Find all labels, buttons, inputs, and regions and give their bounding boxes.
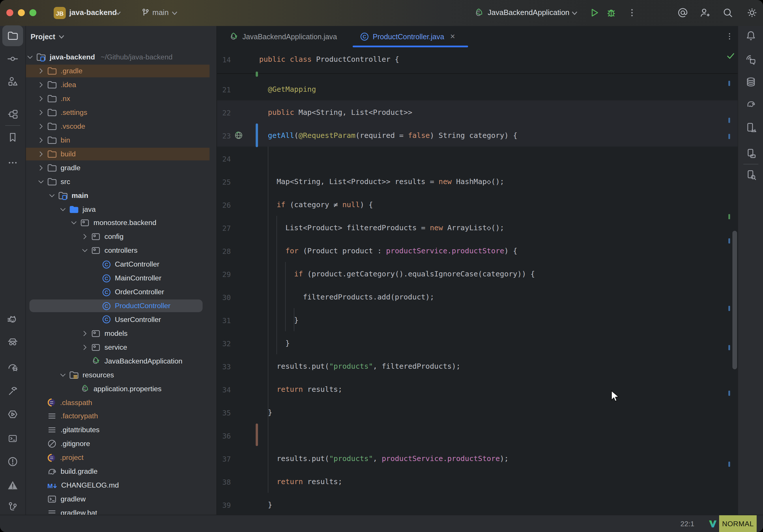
tree-item-build-gradle[interactable]: build.gradle (26, 465, 216, 479)
ai-chat-tool-button[interactable] (740, 50, 761, 70)
structure-shapes-tool-button[interactable] (2, 71, 23, 92)
code-line-25[interactable]: 25 Map<String, List<Product>> results = … (217, 170, 738, 193)
version-control-tool-button[interactable] (2, 496, 23, 517)
tree-item--gradle[interactable]: .gradle (26, 64, 216, 78)
tree-item-java[interactable]: java (26, 202, 216, 216)
caret-position[interactable]: 22:1 (681, 520, 694, 528)
line-number[interactable]: 29 (217, 270, 231, 279)
sticky-header-line[interactable]: 14 public class ProductController { (217, 47, 738, 74)
code-line-28[interactable]: 28 for (Product product : productService… (217, 239, 738, 262)
analysis-mark-green[interactable] (728, 214, 730, 219)
notifications-tool-button[interactable] (740, 25, 761, 46)
line-number[interactable]: 25 (217, 178, 231, 186)
running-devices-tool-button[interactable] (740, 117, 761, 138)
code-line-39[interactable]: 39 } (217, 493, 738, 515)
line-number[interactable]: 33 (217, 362, 231, 371)
tree-item--project[interactable]: .project (26, 451, 216, 465)
ideavim-icon[interactable] (708, 519, 717, 529)
line-number[interactable]: 28 (217, 247, 231, 256)
gradle-tool-button[interactable] (740, 93, 761, 114)
tree-item--nx[interactable]: .nx (26, 92, 216, 106)
code-line-38[interactable]: 38 return results; (217, 470, 738, 493)
tree-item-config[interactable]: config (26, 230, 216, 244)
chevron-right-icon[interactable] (37, 67, 45, 75)
code-line-24[interactable]: 24 (217, 147, 738, 170)
line-number[interactable]: 37 (217, 455, 231, 463)
code-line-31[interactable]: 31 } (217, 308, 738, 331)
code-line-37[interactable]: 37 results.put("products", productServic… (217, 447, 738, 470)
code-line-22[interactable]: 22 public Map<String, List<Product>> (217, 100, 738, 124)
incognito-tool-button[interactable] (2, 331, 23, 352)
editor-scrollbar[interactable] (732, 231, 737, 369)
code-line-36[interactable]: 36 (217, 424, 738, 447)
analysis-mark-blue[interactable] (728, 81, 730, 86)
project-panel-header[interactable]: Project (31, 30, 64, 44)
search-icon[interactable] (722, 7, 733, 19)
chevron-right-icon[interactable] (37, 150, 45, 158)
tree-item-build[interactable]: build (26, 147, 216, 161)
chevron-down-icon[interactable] (81, 247, 89, 255)
device-explorer-tool-button[interactable] (740, 143, 761, 164)
run-button[interactable] (589, 7, 600, 19)
analysis-mark-blue[interactable] (728, 134, 730, 139)
tree-item-java-backend[interactable]: java-backend~/Github/java-backend (26, 51, 216, 64)
tree-item-gradlew[interactable]: gradlew (26, 492, 216, 506)
tree-item--vscode[interactable]: .vscode (26, 119, 216, 133)
tree-item--gitignore[interactable]: .gitignore (26, 437, 216, 451)
tree-item-monostore-backend[interactable]: monostore.backend (26, 216, 216, 230)
project-tool-button[interactable] (2, 25, 23, 46)
chevron-right-icon[interactable] (81, 233, 89, 241)
tree-item-models[interactable]: models (26, 327, 216, 341)
analysis-mark-blue[interactable] (728, 462, 730, 467)
tree-item-controllers[interactable]: controllers (26, 244, 216, 258)
tree-item--idea[interactable]: .idea (26, 78, 216, 92)
inspection-check-icon[interactable] (726, 52, 735, 60)
more-options-icon[interactable] (627, 8, 637, 18)
line-number[interactable]: 34 (217, 385, 231, 394)
analysis-mark-blue[interactable] (728, 118, 730, 123)
chevron-right-icon[interactable] (37, 163, 45, 172)
line-number[interactable]: 31 (217, 316, 231, 325)
code-line-26[interactable]: 26 if (category ≠ null) { (217, 193, 738, 216)
editor-menu-icon[interactable] (725, 32, 734, 41)
services-run-tool-button[interactable] (2, 404, 23, 425)
code-line-21[interactable]: 21 @GetMapping (217, 77, 738, 100)
minimize-window-button[interactable] (18, 9, 25, 16)
analysis-mark-blue[interactable] (728, 391, 730, 396)
tree-item-maincontroller[interactable]: CMainController (26, 271, 216, 285)
problems-tool-button[interactable] (2, 451, 23, 472)
close-tab-icon[interactable]: ✕ (450, 33, 455, 41)
fullscreen-window-button[interactable] (30, 9, 36, 16)
line-number[interactable]: 39 (217, 501, 231, 509)
profiler-tool-button[interactable] (2, 357, 23, 377)
more-tool-button[interactable] (2, 152, 23, 173)
code-line-23[interactable]: 23 getAll(@RequestParam(required = false… (217, 124, 738, 147)
code-viewport[interactable]: 21 @GetMapping22 public Map<String, List… (217, 77, 738, 515)
chevron-right-icon[interactable] (37, 122, 45, 130)
vim-mode-badge[interactable]: NORMAL (719, 515, 757, 532)
chevron-down-icon[interactable] (48, 191, 56, 199)
chevron-right-icon[interactable] (81, 330, 89, 338)
bookmarks-tool-button[interactable] (2, 127, 23, 148)
chevron-down-icon[interactable] (26, 53, 34, 61)
tree-item-javabackendapplication[interactable]: JavaBackendApplication (26, 354, 216, 368)
analysis-mark-blue[interactable] (728, 345, 730, 350)
database-tool-button[interactable] (740, 71, 761, 92)
tree-item--gitattributes[interactable]: .gitattributes (26, 423, 216, 437)
code-line-27[interactable]: 27 List<Product> filteredProducts = new … (217, 216, 738, 239)
settings-gear-icon[interactable] (746, 7, 758, 19)
hierarchy-tool-button[interactable] (2, 104, 23, 125)
chevron-right-icon[interactable] (37, 136, 45, 144)
line-number[interactable]: 27 (217, 224, 231, 233)
line-number[interactable]: 32 (217, 339, 231, 348)
tree-item-cartcontroller[interactable]: CCartController (26, 258, 216, 271)
line-number[interactable]: 22 (217, 108, 231, 117)
debug-button[interactable] (605, 7, 617, 19)
line-number[interactable]: 26 (217, 201, 231, 209)
device-search-tool-button[interactable] (740, 164, 761, 185)
branch-selector[interactable]: main (153, 8, 168, 17)
tab-javabackendapplication-java[interactable]: JavaBackendApplication.java (222, 26, 344, 47)
endpoint-icon[interactable] (234, 130, 244, 140)
chevron-down-icon[interactable] (59, 371, 67, 379)
code-line-33[interactable]: 33 results.put("products", filteredProdu… (217, 354, 738, 377)
